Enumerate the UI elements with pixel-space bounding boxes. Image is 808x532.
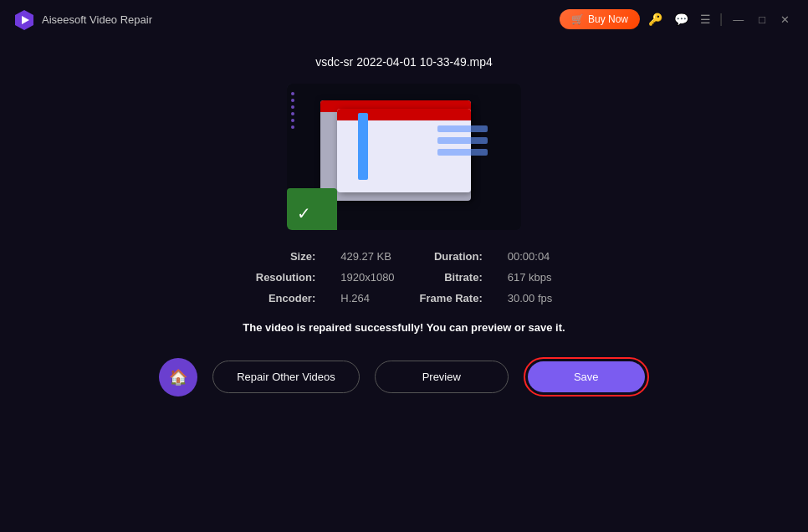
divider: | <box>719 12 723 27</box>
thumb-titlebar-2 <box>337 109 471 120</box>
title-bar: Aiseesoft Video Repair 🛒 Buy Now 🔑 💬 ☰ |… <box>0 0 808 38</box>
thumb-line-3 <box>437 149 488 156</box>
dot-3 <box>291 105 294 109</box>
close-button[interactable]: ✕ <box>775 12 795 28</box>
repair-other-button[interactable]: Repair Other Videos <box>212 361 360 393</box>
buy-now-button[interactable]: 🛒 Buy Now <box>560 9 640 29</box>
app-identity: Aiseesoft Video Repair <box>13 8 152 30</box>
preview-button[interactable]: Preview <box>375 361 509 393</box>
thumb-line-1 <box>437 125 488 132</box>
success-message: The video is repaired successfully! You … <box>243 321 565 334</box>
main-content: vsdc-sr 2022-04-01 10-33-49.mp4 <box>0 38 808 413</box>
thumbnail-visual: ✓ <box>287 84 521 230</box>
dot-5 <box>291 119 294 122</box>
encoder-value: H.264 <box>340 292 394 304</box>
home-button[interactable]: 🏠 <box>159 358 197 396</box>
resolution-value: 1920x1080 <box>340 271 394 284</box>
size-label: Size: <box>256 250 316 263</box>
home-icon: 🏠 <box>169 368 187 386</box>
thumb-green: ✓ <box>287 188 337 230</box>
bitrate-label: Bitrate: <box>420 271 483 284</box>
bottom-actions: 🏠 Repair Other Videos Preview Save <box>159 357 649 396</box>
buy-now-label: Buy Now <box>588 13 628 25</box>
video-thumbnail: ✓ <box>287 84 521 230</box>
size-value: 429.27 KB <box>340 250 394 263</box>
dot-6 <box>291 125 294 129</box>
duration-value: 00:00:04 <box>508 250 553 263</box>
duration-label: Duration: <box>420 250 483 263</box>
framerate-label: Frame Rate: <box>420 292 483 304</box>
save-button-wrapper: Save <box>524 357 649 396</box>
video-filename: vsdc-sr 2022-04-01 10-33-49.mp4 <box>315 55 493 69</box>
chat-icon[interactable]: 💬 <box>671 11 692 28</box>
resolution-label: Resolution: <box>256 271 316 284</box>
save-button[interactable]: Save <box>528 361 645 392</box>
maximize-button[interactable]: □ <box>754 12 770 28</box>
encoder-label: Encoder: <box>256 292 316 304</box>
thumb-line-2 <box>437 137 488 144</box>
cart-icon: 🛒 <box>571 13 584 25</box>
framerate-value: 30.00 fps <box>508 292 553 304</box>
menu-icon[interactable]: ☰ <box>697 11 714 28</box>
thumb-dots <box>291 92 294 129</box>
dot-1 <box>291 92 294 95</box>
title-bar-actions: 🛒 Buy Now 🔑 💬 ☰ | — □ ✕ <box>560 9 795 29</box>
thumb-blue-bar <box>358 113 368 180</box>
dot-4 <box>291 112 294 115</box>
bitrate-value: 617 kbps <box>508 271 553 284</box>
app-title: Aiseesoft Video Repair <box>42 13 152 26</box>
checkmark-icon: ✓ <box>297 203 311 223</box>
minimize-button[interactable]: — <box>728 12 749 28</box>
dot-2 <box>291 99 294 102</box>
thumb-lines <box>437 125 488 156</box>
app-logo-icon <box>13 8 35 30</box>
video-info: Size: 429.27 KB Duration: 00:00:04 Resol… <box>256 250 552 304</box>
key-icon[interactable]: 🔑 <box>645 11 666 28</box>
